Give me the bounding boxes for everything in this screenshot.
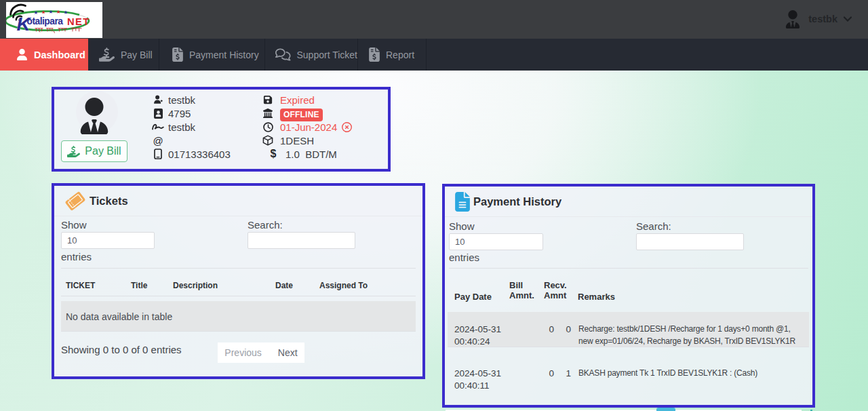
svg-text:otalipara: otalipara	[27, 16, 64, 26]
svg-text:NET: NET	[67, 16, 90, 27]
